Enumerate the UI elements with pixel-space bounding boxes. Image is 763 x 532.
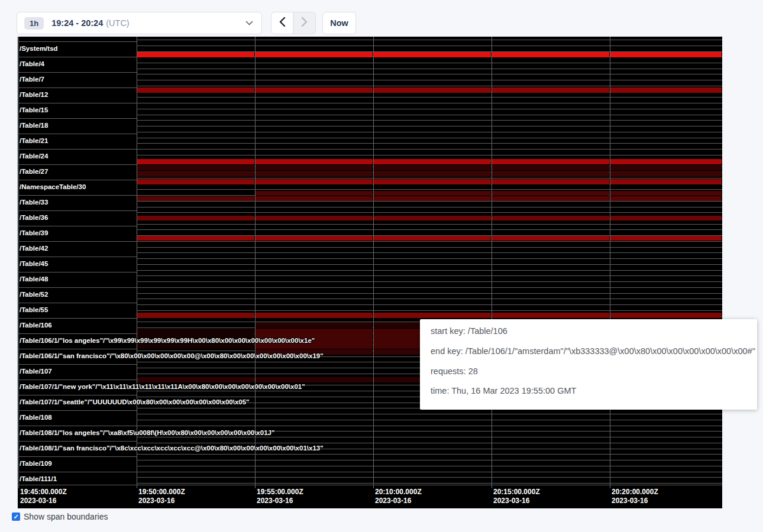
span-boundary-line [18,257,137,257]
span-boundary-line [137,454,722,455]
span-boundary-line [18,57,137,57]
heat-band [256,322,373,328]
heat-band [256,191,373,196]
span-boundary-line [137,143,722,144]
axis-tick-date: 2023-03-16 [612,497,648,505]
row-label: /Table/27 [20,168,48,175]
axis-tick-date: 2023-03-16 [138,497,174,505]
span-boundary-line [18,410,137,411]
show-span-boundaries-checkbox[interactable]: ✓ [12,512,20,521]
span-boundary-line [137,275,722,276]
span-tooltip: start key: /Table/106 end key: /Table/10… [420,319,757,410]
heat-band [256,313,373,318]
span-boundary-line [137,155,722,155]
heat-band [256,165,373,170]
row-label: /Table/39 [20,229,48,236]
heat-band [137,165,254,170]
row-label: /Table/33 [20,199,48,206]
axis-tick-time: 20:10:00.000Z [375,488,422,496]
row-label: /Table/12 [20,91,48,98]
heat-band [137,171,254,177]
heat-band [492,165,609,170]
heat-band [610,196,722,201]
span-boundary-line [18,349,137,349]
span-boundary-line [18,103,137,103]
grid-vline [255,37,256,488]
axis-tick-time: 20:15:00.000Z [493,488,540,496]
heat-band [137,159,254,164]
row-label: /NamespaceTable/30 [20,183,86,190]
row-label: /Table/106 [20,322,52,329]
next-interval-button[interactable] [293,12,316,34]
heat-band [256,179,373,184]
tooltip-requests: requests: 28 [431,366,478,376]
span-boundary-line [18,210,137,211]
axis-tick-time: 20:20:00.000Z [612,488,658,496]
span-boundary-line [137,281,722,282]
heat-band [492,179,609,184]
span-boundary-line [18,41,137,42]
span-boundary-line [18,272,137,273]
row-label: /Table/18 [20,122,48,129]
key-visualizer-heatmap[interactable]: /System/tsd/Table/4/Table/7/Table/12/Tab… [18,37,722,508]
row-label: /Table/15 [20,106,48,113]
span-boundary-line [137,466,722,466]
heat-band [492,52,609,57]
time-range-select[interactable]: 1h 19:24 - 20:24 (UTC) [17,12,262,34]
span-boundary-line [18,195,137,196]
heat-band [610,216,722,220]
grid-vline [18,37,19,488]
heat-band [610,165,722,170]
grid-vline [492,37,492,488]
row-label: /Table/109 [20,460,52,467]
heat-band [610,313,722,318]
span-boundary-line [18,472,137,472]
span-boundary-line [18,333,137,334]
span-boundary-line [18,364,137,365]
grid-vline [137,37,137,488]
heat-band [256,52,373,57]
span-boundary-line [18,164,137,165]
heat-band [374,165,491,170]
heat-band [137,377,254,382]
axis-tick-time: 19:45:00.000Z [20,488,67,496]
row-label: /Table/108/1/"los angeles"/"\xa8\xf5\u00… [20,429,274,436]
span-boundary-line [18,318,137,319]
heat-band [256,216,373,220]
span-boundary-line [137,120,722,121]
span-boundary-line [137,460,722,460]
span-boundary-line [137,40,722,40]
axis-tick-date: 2023-03-16 [375,497,411,505]
span-boundary-line [137,207,722,207]
span-boundary-line [137,138,722,138]
heat-band [492,191,609,196]
heat-band [256,87,373,93]
chevron-down-icon [245,21,253,25]
row-label: /Table/108 [20,414,52,421]
heat-band [374,236,491,241]
grid-vline [610,37,610,488]
span-boundary-line [18,149,137,150]
heat-band [374,191,491,196]
row-label: /Table/107/1/"seattle"/"UUUUUUD\x00\x80\… [20,398,250,406]
span-boundary-line [137,477,722,478]
tooltip-time: time: Thu, 16 Mar 2023 19:55:00 GMT [431,386,576,395]
row-label: /Table/7 [20,76,44,83]
row-label: /Table/106/1/"san francisco"/"\x80\x00\x… [20,352,324,359]
heat-band [492,216,609,220]
now-button[interactable]: Now [322,12,356,34]
span-boundary-line [137,258,722,259]
row-label: /Table/106/1/"los angeles"/"\x99\x99\x99… [20,337,315,344]
previous-interval-button[interactable] [271,12,293,34]
span-boundary-line [137,46,722,46]
row-label: /Table/48 [20,275,48,283]
span-boundary-line [18,87,137,88]
time-nav-button-group [271,12,316,34]
span-boundary-line [137,132,722,132]
heat-band [610,159,722,164]
span-boundary-line [137,97,722,98]
now-button-label: Now [330,18,348,28]
row-label: /Table/45 [20,260,48,267]
row-label: /Table/52 [20,291,48,298]
show-span-boundaries-label: Show span boundaries [24,512,108,521]
